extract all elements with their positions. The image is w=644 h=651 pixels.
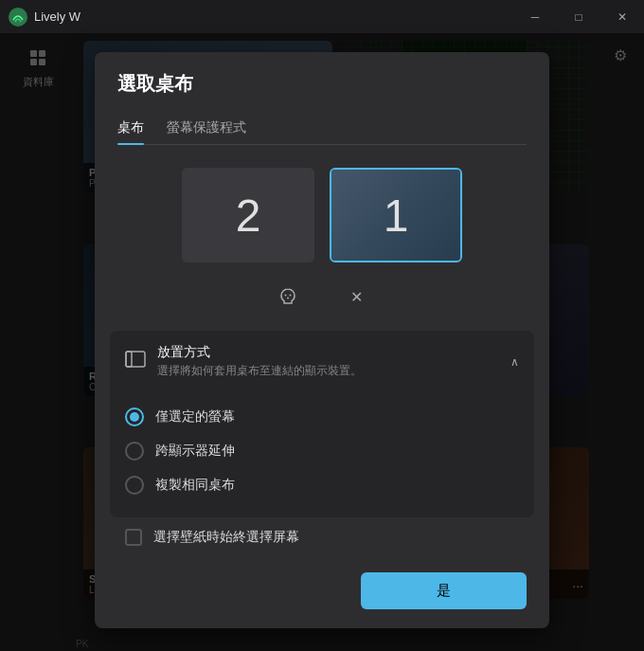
svg-point-32 xyxy=(285,295,287,297)
dialog-footer: 是 xyxy=(95,557,549,628)
radio-span-circle xyxy=(125,442,144,461)
placement-header[interactable]: 放置方式 選擇將如何套用桌布至連結的顯示裝置。 ∧ xyxy=(110,331,534,392)
app-window: Lively W ─ □ ✕ 資料庫 xyxy=(0,0,644,651)
placement-options: 僅選定的螢幕 跨顯示器延伸 複製相同桌布 xyxy=(110,392,534,517)
app-icon xyxy=(8,7,28,27)
placement-section: 放置方式 選擇將如何套用桌布至連結的顯示裝置。 ∧ 僅選定的螢幕 跨 xyxy=(110,331,534,517)
dialog-overlay: 選取桌布 桌布 螢幕保護程式 2 xyxy=(0,33,644,651)
dialog-tabs: 桌布 螢幕保護程式 xyxy=(117,112,527,145)
placement-icon xyxy=(125,351,146,372)
close-button[interactable]: ✕ xyxy=(600,0,644,33)
monitor-actions: ✕ xyxy=(95,278,549,331)
remove-button[interactable]: ✕ xyxy=(337,278,375,316)
svg-point-34 xyxy=(287,298,289,299)
radio-span[interactable]: 跨顯示器延伸 xyxy=(125,434,519,468)
svg-point-0 xyxy=(9,8,27,27)
radio-duplicate-label: 複製相同桌布 xyxy=(155,477,235,494)
radio-duplicate-circle xyxy=(125,476,144,495)
app-title: Lively W xyxy=(34,9,80,24)
title-bar: Lively W ─ □ ✕ xyxy=(0,0,644,33)
svg-rect-35 xyxy=(126,352,145,367)
dialog-title: 選取桌布 xyxy=(117,71,527,97)
placement-chevron-icon[interactable]: ∧ xyxy=(510,355,519,369)
monitor-2[interactable]: 2 xyxy=(182,168,314,262)
minimize-button[interactable]: ─ xyxy=(513,0,557,33)
svg-rect-36 xyxy=(126,352,132,367)
monitor-1-preview: 1 xyxy=(331,170,460,261)
monitor-1[interactable]: 1 xyxy=(330,168,462,262)
window-controls: ─ □ ✕ xyxy=(513,0,644,33)
remove-icon: ✕ xyxy=(350,288,363,306)
svg-point-33 xyxy=(290,295,292,297)
radio-single[interactable]: 僅選定的螢幕 xyxy=(125,400,519,434)
placement-title: 放置方式 xyxy=(157,344,499,361)
app-logo: Lively W xyxy=(8,7,80,27)
tab-screensaver[interactable]: 螢幕保護程式 xyxy=(167,112,246,144)
checkbox-always-select[interactable] xyxy=(125,529,142,546)
radio-duplicate[interactable]: 複製相同桌布 xyxy=(125,468,519,502)
layout-icon xyxy=(125,351,146,368)
checkbox-section: 選擇壁紙時始終選擇屏幕 xyxy=(95,517,549,557)
maximize-button[interactable]: □ xyxy=(557,0,600,33)
customize-icon xyxy=(277,286,298,307)
placement-title-wrap: 放置方式 選擇將如何套用桌布至連結的顯示裝置。 xyxy=(157,344,499,379)
monitor-2-preview: 2 xyxy=(184,170,313,261)
radio-single-label: 僅選定的螢幕 xyxy=(155,408,235,425)
monitor-1-label: 1 xyxy=(384,190,409,242)
confirm-button[interactable]: 是 xyxy=(361,572,527,609)
dialog-header: 選取桌布 桌布 螢幕保護程式 xyxy=(95,52,549,145)
dialog: 選取桌布 桌布 螢幕保護程式 2 xyxy=(95,52,549,628)
radio-single-circle xyxy=(125,407,144,426)
customize-button[interactable] xyxy=(269,278,307,316)
monitor-2-label: 2 xyxy=(236,190,261,242)
radio-span-label: 跨顯示器延伸 xyxy=(155,443,235,460)
tab-desktop[interactable]: 桌布 xyxy=(117,112,144,144)
monitor-section: 2 1 xyxy=(95,145,549,278)
placement-subtitle: 選擇將如何套用桌布至連結的顯示裝置。 xyxy=(157,363,499,379)
checkbox-label: 選擇壁紙時始終選擇屏幕 xyxy=(153,529,299,546)
